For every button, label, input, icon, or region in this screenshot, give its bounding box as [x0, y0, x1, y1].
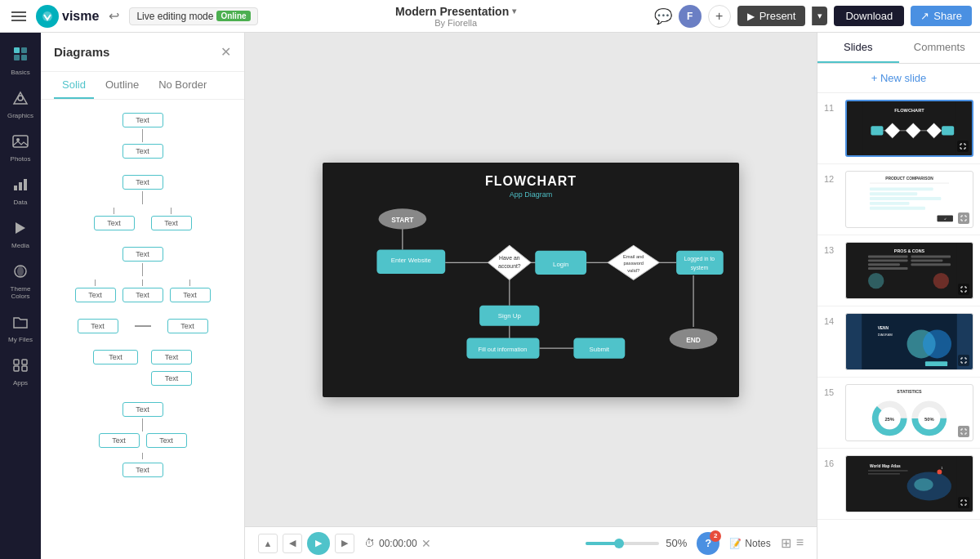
nav-up-button[interactable]: ▲ — [258, 534, 278, 553]
slide-thumb-content: FLOWCHART — [847, 101, 972, 155]
present-button[interactable]: ▶ Present — [737, 6, 806, 26]
svg-point-102 — [938, 470, 942, 475]
diagram-template-3[interactable]: Text Text Text Text — [54, 247, 231, 302]
zoom-level: 50% — [666, 537, 687, 549]
slide-expand-icon — [958, 426, 969, 437]
sidebar-item-photos[interactable]: Photos — [0, 127, 41, 169]
svg-text:VENN: VENN — [878, 326, 889, 330]
slide-item-11[interactable]: 11 FLOWCHART — [817, 93, 980, 164]
slide-item-12[interactable]: 12 PRODUCT COMPARISON ↙ — [817, 164, 980, 235]
tab-no-border[interactable]: No Border — [150, 72, 215, 99]
right-sidebar-tabs: Slides Comments — [817, 33, 980, 64]
slide-thumbnail-13[interactable]: PROS & CONS — [845, 242, 973, 299]
sidebar-item-data[interactable]: Data — [0, 171, 41, 212]
nav-prev-button[interactable]: ◀ — [283, 534, 302, 553]
svg-text:50%: 50% — [924, 417, 934, 422]
main-layout: Basics Graphics Photos Data Media — [0, 33, 980, 559]
slide-thumbnail-15[interactable]: STATISTICS 25% 50% — [845, 384, 973, 441]
slide-thumbnail-11[interactable]: FLOWCHART — [845, 100, 973, 157]
svg-rect-68 — [870, 207, 925, 210]
share-button[interactable]: ↗ Share — [911, 6, 972, 26]
svg-rect-79 — [911, 263, 951, 266]
tab-slides[interactable]: Slides — [817, 33, 899, 63]
notes-section[interactable]: 📝 Notes — [729, 538, 770, 549]
slide-thumbnail-12[interactable]: PRODUCT COMPARISON ↙ — [845, 171, 973, 228]
close-diagrams-icon[interactable]: ✕ — [220, 44, 231, 60]
svg-rect-17 — [22, 366, 27, 371]
svg-rect-98 — [868, 470, 908, 471]
menu-icon[interactable] — [8, 8, 29, 25]
basics-label: Basics — [11, 69, 30, 76]
svg-text:Email and: Email and — [623, 254, 644, 259]
diagram-template-2[interactable]: Text Text Text — [54, 175, 231, 230]
diagram-template-4[interactable]: Text Text — [54, 319, 231, 333]
sidebar-item-theme-colors[interactable]: Theme Colors — [0, 257, 41, 306]
slide-item-13[interactable]: 13 PROS & CONS — [817, 235, 980, 306]
nav-arrows: ▲ ◀ ▶ ▶ — [258, 532, 354, 555]
slide-expand-icon — [958, 284, 969, 295]
canvas-wrapper[interactable]: FLOWCHART App Diagram — [245, 33, 817, 526]
svg-marker-5 — [14, 92, 27, 104]
timestamp-value: 00:00:00 — [379, 538, 417, 549]
slide-thumbnail-16[interactable]: World Map Atlas 1 — [845, 455, 973, 512]
download-button[interactable]: Download — [834, 6, 904, 26]
new-slide-button[interactable]: + New slide — [817, 64, 980, 93]
diagram-template-1[interactable]: Text Text — [54, 113, 231, 159]
grid-view-icon[interactable]: ⊞ — [781, 535, 791, 551]
sidebar-item-apps[interactable]: Apps — [0, 351, 41, 393]
tab-comments[interactable]: Comments — [899, 33, 981, 63]
topbar: visme ↩ Live editing mode Online Modern … — [0, 0, 980, 33]
diagrams-header: Diagrams ✕ — [41, 33, 244, 72]
list-view-icon[interactable]: ≡ — [796, 535, 804, 551]
svg-text:25%: 25% — [884, 417, 894, 422]
tab-solid[interactable]: Solid — [54, 72, 94, 99]
diag-box: Text — [75, 288, 116, 302]
diagram-template-6[interactable]: Text Text Text Text — [54, 402, 231, 477]
sidebar-item-graphics[interactable]: Graphics — [0, 84, 41, 126]
help-button[interactable]: ? 2 — [697, 532, 719, 555]
zoom-slider-fill — [586, 542, 618, 545]
svg-rect-40 — [676, 250, 724, 274]
diag-box: Text — [122, 288, 163, 302]
sidebar-item-basics[interactable]: Basics — [0, 39, 41, 83]
avatar[interactable]: F — [679, 5, 702, 28]
svg-rect-75 — [868, 263, 900, 266]
slide-item-16[interactable]: 16 World Map Atlas 1 — [817, 449, 980, 520]
sidebar-icons: Basics Graphics Photos Data Media — [0, 33, 41, 559]
play-button[interactable]: ▶ — [307, 532, 330, 555]
tab-outline[interactable]: Outline — [97, 72, 147, 99]
slide-item-15[interactable]: 15 STATISTICS 25% 50% — [817, 378, 980, 449]
svg-rect-10 — [19, 182, 22, 190]
undo-icon[interactable]: ↩ — [105, 5, 122, 27]
svg-rect-76 — [868, 267, 908, 270]
notes-icon: 📝 — [729, 538, 742, 549]
diag-box: Text — [78, 319, 118, 333]
sidebar-item-media[interactable]: Media — [0, 214, 41, 256]
zoom-handle[interactable] — [614, 539, 624, 548]
presentation-title[interactable]: Modern Presentation ▾ — [395, 5, 516, 18]
bottom-controls: ▲ ◀ ▶ ▶ ⏱ 00:00:00 ✕ 50% ? 2 — [245, 526, 817, 559]
right-sidebar: Slides Comments + New slide 11 FLOWCHART — [817, 33, 980, 559]
notification-badge: 2 — [710, 530, 721, 542]
slide-thumbnail-14[interactable]: VENN DIAGRAM — [845, 313, 973, 370]
sidebar-item-my-files[interactable]: My Files — [0, 308, 41, 350]
diagram-template-5[interactable]: Text Text Text — [54, 350, 231, 386]
add-collaborator-icon[interactable]: + — [708, 5, 731, 28]
slide-thumb-content: STATISTICS 25% 50% — [846, 385, 973, 440]
close-playback-icon[interactable]: ✕ — [421, 537, 431, 550]
comment-icon[interactable]: 💬 — [654, 7, 672, 25]
svg-text:World Map Atlas: World Map Atlas — [870, 464, 901, 468]
svg-point-101 — [914, 478, 933, 491]
svg-rect-11 — [24, 179, 27, 190]
nav-next-button[interactable]: ▶ — [335, 534, 354, 553]
photos-icon — [12, 134, 29, 153]
zoom-slider[interactable] — [586, 542, 659, 545]
theme-colors-icon — [12, 264, 29, 283]
topbar-right: 💬 F + ▶ Present ▾ Download ↗ Share — [654, 5, 972, 28]
slide-item-14[interactable]: 14 VENN DIAGRAM — [817, 306, 980, 378]
present-dropdown-button[interactable]: ▾ — [812, 7, 827, 25]
share-icon: ↗ — [920, 10, 929, 22]
svg-rect-60 — [942, 126, 954, 135]
svg-rect-2 — [21, 47, 27, 53]
svg-text:FLOWCHART: FLOWCHART — [894, 108, 924, 113]
